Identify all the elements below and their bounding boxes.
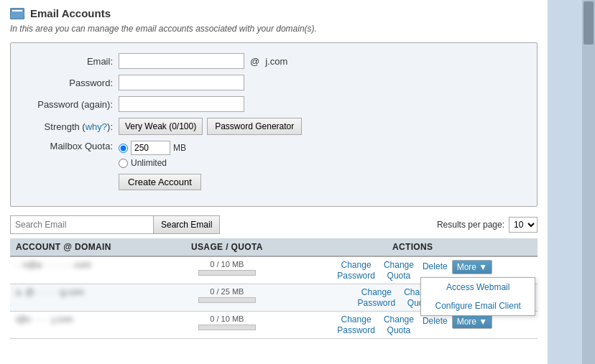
- results-per-page-select[interactable]: 10 25 50: [509, 217, 538, 233]
- email-icon: [10, 8, 24, 19]
- strength-label: Strength (why?):: [25, 121, 119, 132]
- create-account-row: Create Account: [25, 174, 522, 190]
- email-row: Email: @ j.com: [25, 53, 522, 69]
- more-dropdown: More ▼ Access Webmail Configure Email Cl…: [452, 260, 493, 274]
- mb-label: MB: [173, 143, 186, 153]
- usage-cell: 0 / 10 MB: [166, 312, 287, 339]
- account-name: i@c· · · · ·j.com: [16, 314, 73, 325]
- more-button[interactable]: More ▼: [452, 260, 493, 274]
- actions-group: Change Password Change Quota Delete More…: [293, 314, 532, 335]
- usage-bar: [198, 297, 256, 303]
- email-input[interactable]: [119, 53, 244, 69]
- usage-bar: [198, 270, 256, 276]
- change-password-link[interactable]: Change: [361, 287, 392, 297]
- configure-email-client-item[interactable]: Configure Email Client: [421, 297, 535, 315]
- domain-text: j.com: [265, 56, 287, 67]
- delete-link[interactable]: Delete: [423, 316, 448, 326]
- create-account-form: Email: @ j.com Password: Password (again…: [10, 42, 538, 207]
- strength-row: Strength (why?): Very Weak (0/100) Passw…: [25, 118, 522, 135]
- change-password-link[interactable]: Change: [341, 314, 372, 325]
- accounts-table: Account @ Domain Usage / Quota Actions ·…: [10, 238, 538, 339]
- delete-link[interactable]: Delete: [423, 261, 448, 271]
- actions-group: Change Password Change Quota Delete More…: [293, 260, 532, 281]
- account-cell: · ·n@a· · · · · · ·.com: [10, 256, 166, 284]
- change-password-link[interactable]: Change: [341, 260, 372, 270]
- col-usage: Usage / Quota: [166, 238, 287, 256]
- password-row: Password:: [25, 75, 522, 90]
- dropdown-menu: Access Webmail Configure Email Client: [420, 277, 535, 316]
- password-again-label: Password (again):: [25, 99, 119, 110]
- mailbox-quota-label: Mailbox Quota:: [25, 141, 119, 151]
- at-sign: @: [247, 56, 262, 67]
- col-actions: Actions: [287, 238, 538, 256]
- more-button[interactable]: More ▼: [452, 314, 493, 329]
- create-account-button[interactable]: Create Account: [119, 174, 201, 190]
- change-quota-link2[interactable]: Quota: [387, 325, 411, 335]
- quota-mb-input[interactable]: [131, 141, 170, 155]
- password-again-row: Password (again):: [25, 96, 522, 112]
- actions-cell: Change Password Change Quota Delete More…: [287, 256, 538, 284]
- strength-why-link[interactable]: why?: [86, 121, 107, 132]
- account-cell: i@c· · · · ·j.com: [10, 312, 166, 339]
- quota-mb-radio[interactable]: [119, 144, 128, 153]
- email-label: Email:: [25, 56, 119, 67]
- change-password-link2[interactable]: Password: [337, 271, 375, 281]
- password-again-input[interactable]: [119, 96, 244, 112]
- page-title: Email Accounts: [30, 7, 111, 19]
- account-cell: a. @· · · · · ·g.com: [10, 284, 166, 312]
- usage-text: 0 / 10 MB: [172, 314, 282, 323]
- strength-value-btn: Very Weak (0/100): [119, 118, 203, 135]
- scrollbar[interactable]: [582, 0, 595, 364]
- search-email-input[interactable]: [10, 215, 154, 234]
- page-header: Email Accounts: [10, 7, 538, 19]
- change-quota-link[interactable]: Change: [384, 314, 414, 325]
- search-email-button[interactable]: Search Email: [154, 215, 220, 234]
- usage-bar: [198, 325, 256, 330]
- password-label: Password:: [25, 78, 119, 88]
- unlimited-label: Unlimited: [131, 158, 167, 168]
- mailbox-quota-row: Mailbox Quota: MB Unlimited: [25, 141, 522, 168]
- results-per-page-label: Results per page:: [437, 220, 504, 230]
- change-password-link2[interactable]: Password: [358, 298, 396, 308]
- usage-text: 0 / 10 MB: [172, 260, 282, 269]
- account-name: a. @· · · · · ·g.com: [16, 287, 84, 297]
- change-password-link2[interactable]: Password: [337, 325, 375, 335]
- change-quota-link[interactable]: Change: [384, 260, 414, 270]
- table-row: · ·n@a· · · · · · ·.com 0 / 10 MB Change…: [10, 256, 538, 284]
- search-bar: Search Email Results per page: 10 25 50: [10, 215, 538, 234]
- access-webmail-item[interactable]: Access Webmail: [421, 278, 535, 297]
- password-input[interactable]: [119, 75, 244, 90]
- quota-unlimited-radio[interactable]: [119, 159, 128, 168]
- usage-cell: 0 / 25 MB: [166, 284, 287, 312]
- account-name: · ·n@a· · · · · · ·.com: [16, 260, 91, 270]
- change-quota-link2[interactable]: Quota: [387, 271, 411, 281]
- more-dropdown: More ▼: [452, 314, 493, 329]
- usage-text: 0 / 25 MB: [172, 287, 282, 296]
- scrollbar-thumb[interactable]: [584, 1, 594, 45]
- col-account: Account @ Domain: [10, 238, 166, 256]
- page-subtitle: In this area you can manage the email ac…: [10, 24, 538, 34]
- password-generator-btn[interactable]: Password Generator: [207, 118, 302, 135]
- usage-cell: 0 / 10 MB: [166, 256, 287, 284]
